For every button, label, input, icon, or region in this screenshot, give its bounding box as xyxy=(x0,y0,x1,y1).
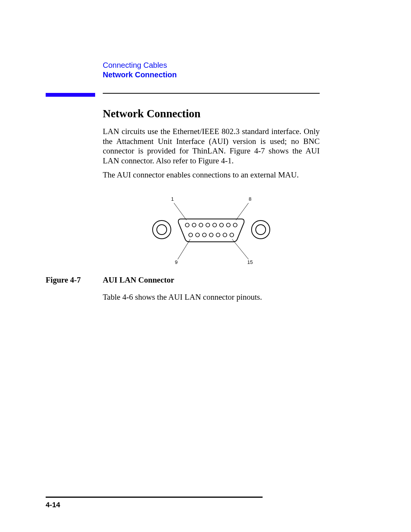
footer-rule xyxy=(46,497,263,498)
svg-point-6 xyxy=(252,220,270,239)
page-number: 4-14 xyxy=(46,501,365,509)
svg-line-2 xyxy=(178,239,190,259)
svg-line-1 xyxy=(236,203,249,220)
aui-connector-diagram: 1 8 9 15 xyxy=(150,195,272,264)
svg-point-4 xyxy=(153,220,171,239)
figure-title: AUI LAN Connector xyxy=(103,275,174,285)
body-paragraph: Table 4-6 shows the AUI LAN connector pi… xyxy=(103,292,365,302)
svg-point-19 xyxy=(209,233,213,237)
body-paragraph: LAN circuits use the Ethernet/IEEE 802.3… xyxy=(103,127,320,166)
section-marker xyxy=(46,93,95,97)
svg-point-7 xyxy=(256,225,266,235)
section-rule xyxy=(103,93,320,94)
breadcrumb-chapter: Connecting Cables xyxy=(103,61,365,70)
svg-point-5 xyxy=(157,225,167,235)
pin-label-8: 8 xyxy=(249,196,251,202)
svg-point-15 xyxy=(233,223,237,227)
svg-point-9 xyxy=(192,223,196,227)
svg-point-14 xyxy=(226,223,230,227)
pin-label-1: 1 xyxy=(171,196,174,202)
pin-label-15: 15 xyxy=(247,259,253,264)
svg-line-3 xyxy=(232,239,249,259)
figure-number: Figure 4-7 xyxy=(46,275,103,285)
svg-point-22 xyxy=(230,233,234,237)
section-heading: Network Connection xyxy=(103,107,365,120)
svg-point-20 xyxy=(216,233,220,237)
svg-point-12 xyxy=(213,223,217,227)
svg-line-0 xyxy=(174,203,186,220)
svg-point-11 xyxy=(206,223,210,227)
figure-aui-connector: 1 8 9 15 xyxy=(103,195,320,265)
svg-point-16 xyxy=(189,233,193,237)
svg-point-8 xyxy=(185,223,189,227)
svg-point-18 xyxy=(202,233,206,237)
breadcrumb-section: Network Connection xyxy=(103,70,365,79)
svg-point-10 xyxy=(199,223,203,227)
svg-point-21 xyxy=(223,233,227,237)
svg-point-13 xyxy=(220,223,223,227)
svg-point-17 xyxy=(196,233,199,237)
body-paragraph: The AUI connector enables connections to… xyxy=(103,170,320,180)
pin-label-9: 9 xyxy=(175,259,177,264)
